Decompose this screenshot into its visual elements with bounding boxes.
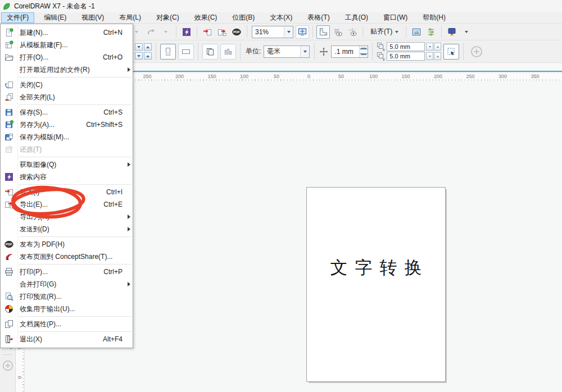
- all-pages-button[interactable]: [202, 44, 218, 60]
- show-grid-button[interactable]: [331, 25, 345, 39]
- snap-to-button-label: 贴齐(T): [370, 27, 392, 37]
- units-combo[interactable]: 毫米: [264, 45, 310, 58]
- duplicate-y-field-value[interactable]: 5.0 mm: [387, 52, 425, 61]
- treat-as-filled-button[interactable]: [443, 44, 459, 60]
- menu-item-save[interactable]: 保存(S)...Ctrl+S: [1, 106, 133, 118]
- view-manager-button[interactable]: [424, 25, 438, 39]
- menubar-item-window[interactable]: 窗口(W): [378, 12, 413, 23]
- menubar-item-help[interactable]: 帮助(H): [417, 12, 451, 23]
- spin-up-button[interactable]: [434, 52, 441, 60]
- close-document-icon: [2, 80, 16, 89]
- menu-item-save-as[interactable]: 另存为(A)...Ctrl+Shift+S: [1, 118, 133, 131]
- separator: [240, 43, 241, 60]
- ruler-label: 300: [496, 74, 510, 79]
- menu-item-open[interactable]: 打开(O)...Ctrl+O: [1, 51, 133, 63]
- import-button[interactable]: [201, 25, 214, 39]
- menubar-item-edit[interactable]: 编辑(E): [38, 12, 72, 23]
- toolbox-customize-button[interactable]: [2, 359, 14, 372]
- spin-down-button[interactable]: [135, 52, 143, 60]
- menu-item-close[interactable]: 关闭(C): [1, 79, 133, 91]
- menu-item-document-properties[interactable]: 文档属性(P)...: [1, 318, 133, 330]
- units-combo-dropdown-arrow[interactable]: [300, 46, 309, 57]
- spin-up-button[interactable]: [434, 43, 441, 51]
- menu-separator: [19, 157, 132, 157]
- spin-down-button[interactable]: [135, 43, 143, 51]
- menu-item-print-preview[interactable]: 打印预览(R)...: [1, 290, 133, 303]
- units-combo-value: 毫米: [264, 47, 300, 56]
- zoom-level-combo[interactable]: 31%: [252, 26, 293, 38]
- menu-item-print-merge[interactable]: 合并打印(G): [1, 278, 133, 290]
- page-height-spinner[interactable]: [135, 52, 152, 60]
- ruler-label: 200: [173, 74, 187, 79]
- svg-text:PDF: PDF: [6, 243, 12, 246]
- menu-item-save-as-template[interactable]: 保存为模版(M)...: [1, 131, 133, 143]
- svg-text:y: y: [383, 57, 385, 61]
- fullscreen-preview-button[interactable]: [296, 25, 309, 39]
- menu-item-collect-for-output[interactable]: 收集用于输出(U)...: [1, 303, 133, 315]
- menu-item-import[interactable]: 导入(I)Ctrl+I: [1, 186, 133, 198]
- portrait-button[interactable]: [160, 44, 176, 60]
- app-launcher-dropdown-arrow[interactable]: [460, 25, 473, 39]
- menu-item-open-recent[interactable]: 打开最近用过的文件(R): [1, 63, 133, 76]
- menu-item-send-to[interactable]: 发送到(D): [1, 223, 133, 235]
- document-page[interactable]: 文字转换: [306, 187, 446, 382]
- options-button[interactable]: [410, 25, 423, 39]
- add-plus-button[interactable]: [470, 45, 483, 58]
- menu-item-print[interactable]: 打印(P)...Ctrl+P: [1, 266, 133, 278]
- menu-item-publish-pdf[interactable]: PDF发布为 PDF(H): [1, 238, 133, 250]
- snap-to-button[interactable]: 贴齐(T): [366, 25, 403, 38]
- ruler-label: 350: [528, 74, 542, 79]
- duplicate-x-field[interactable]: x5.0 mm: [377, 43, 441, 51]
- show-guidelines-button[interactable]: [346, 25, 359, 39]
- menubar-item-layout[interactable]: 布局(L): [114, 12, 147, 23]
- separator: [176, 26, 176, 38]
- spin-down-button[interactable]: [426, 43, 433, 51]
- menu-item-acquire-image[interactable]: 获取图像(Q): [1, 158, 133, 171]
- menubar-item-table[interactable]: 表格(T): [302, 12, 335, 23]
- show-rulers-button[interactable]: [316, 25, 330, 39]
- menubar-item-file[interactable]: 文件(F): [1, 12, 34, 23]
- nudge-offset-field-down[interactable]: [360, 52, 368, 57]
- menu-item-exit[interactable]: 退出(X)Alt+F4: [1, 333, 133, 345]
- duplicate-x-field-value[interactable]: 5.0 mm: [387, 42, 425, 51]
- menubar-item-text[interactable]: 文本(X): [264, 12, 298, 23]
- submenu-arrow-icon: [125, 67, 130, 72]
- menu-item-export[interactable]: 导出(E)...Ctrl+E: [1, 198, 133, 211]
- conceptshare-icon: [2, 252, 16, 261]
- menu-item-label: 导入(I): [16, 188, 101, 197]
- separator: [372, 43, 373, 60]
- menu-separator: [19, 184, 132, 185]
- export-button[interactable]: [215, 25, 229, 39]
- menu-item-shortcut: Ctrl+E: [98, 200, 125, 208]
- menu-item-publish-conceptshare[interactable]: 发布页面到 ConceptShare(T)...: [1, 250, 133, 263]
- page-width-spinner[interactable]: [135, 43, 152, 51]
- nudge-offset-field[interactable]: .1 mm: [331, 45, 368, 58]
- duplicate-y-field[interactable]: y5.0 mm: [377, 52, 441, 61]
- spin-up-button[interactable]: [144, 52, 152, 60]
- app-launcher-button[interactable]: [445, 25, 459, 39]
- separator: [247, 26, 247, 38]
- current-page-button[interactable]: [220, 44, 236, 60]
- menubar-item-view[interactable]: 视图(V): [76, 12, 110, 23]
- menu-item-close-all[interactable]: 全部关闭(L): [1, 91, 133, 103]
- landscape-button[interactable]: [178, 44, 194, 60]
- menubar-item-object[interactable]: 对象(C): [151, 12, 185, 23]
- menubar-item-tools[interactable]: 工具(O): [339, 12, 374, 23]
- publish-pdf-button[interactable]: PDF: [230, 25, 243, 39]
- menu-item-new[interactable]: 新建(N)...Ctrl+N: [1, 26, 133, 39]
- spin-up-button[interactable]: [144, 43, 152, 51]
- menu-item-label: 文档属性(P)...: [16, 320, 117, 329]
- search-content-button[interactable]: [180, 25, 193, 39]
- menu-item-shortcut: Alt+F4: [97, 335, 125, 343]
- menubar-item-bitmaps[interactable]: 位图(B): [226, 12, 260, 23]
- zoom-level-combo-dropdown-arrow[interactable]: [284, 26, 293, 38]
- menu-item-export-for[interactable]: 导出为(R): [1, 211, 133, 223]
- menu-item-shortcut: Ctrl+I: [101, 188, 125, 196]
- print-icon: [2, 267, 16, 276]
- menubar-item-effects[interactable]: 效果(C): [189, 12, 223, 23]
- spin-down-button[interactable]: [426, 52, 433, 60]
- menu-item-new-from-template[interactable]: 从模板新建(F)...: [1, 39, 133, 51]
- new-from-template-icon: [2, 40, 16, 49]
- menu-item-search-content[interactable]: 搜索内容: [1, 171, 133, 183]
- nudge-offset-field-up[interactable]: [360, 46, 368, 52]
